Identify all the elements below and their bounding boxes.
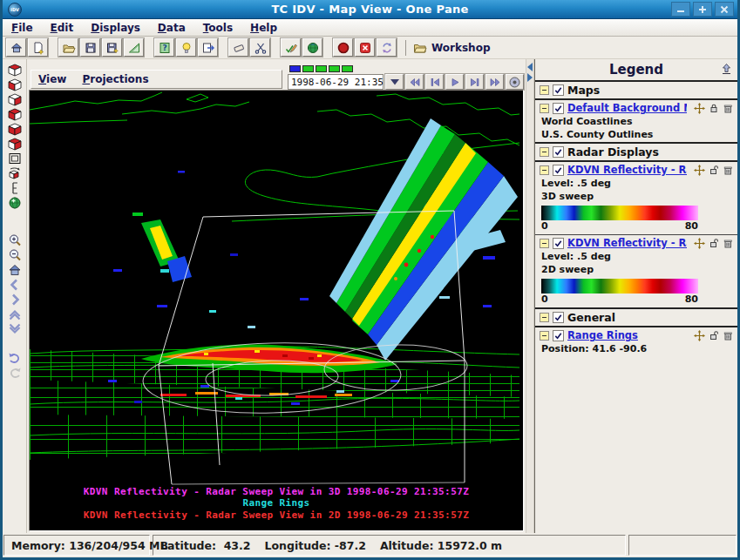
titlebar[interactable]: IDV TC IDV - Map View - One Pane: [3, 0, 737, 19]
cut-button[interactable]: [250, 38, 270, 57]
move-icon[interactable]: [694, 330, 705, 341]
time-step-1[interactable]: [289, 65, 301, 72]
help-button[interactable]: ?: [154, 38, 174, 57]
tip-button[interactable]: [176, 38, 196, 57]
map-3d-canvas[interactable]: KDVN Reflectivity - Radar Sweep View in …: [29, 90, 524, 531]
eraser-button[interactable]: [228, 38, 248, 57]
map-view-panel: View Projections 1998-06-29 21:35:57Z: [27, 59, 526, 533]
view-cube-west-button[interactable]: [6, 137, 24, 151]
general-visibility-checkbox[interactable]: [553, 312, 564, 323]
unlock-icon[interactable]: [709, 238, 719, 248]
menu-file[interactable]: File: [11, 22, 33, 34]
delete-icon[interactable]: [723, 238, 733, 248]
collapse-left-arrow[interactable]: [527, 63, 533, 71]
pan-right-button[interactable]: [6, 293, 24, 307]
collapse-radar2d-button[interactable]: [540, 239, 549, 248]
collapse-radar3d-button[interactable]: [540, 165, 549, 175]
minimize-button[interactable]: [671, 2, 690, 17]
drawing-button[interactable]: [124, 38, 144, 57]
radar2d-visibility-checkbox[interactable]: [553, 238, 564, 249]
view-cube-north-button[interactable]: [6, 92, 24, 106]
go-to-start-button[interactable]: [405, 74, 424, 90]
close-button[interactable]: [715, 2, 734, 17]
radar-3d-colorbar[interactable]: [541, 206, 698, 220]
time-display[interactable]: 1998-06-29 21:35:57Z: [288, 74, 384, 90]
globe-projection-button[interactable]: [6, 196, 24, 210]
collapse-radar-button[interactable]: [540, 147, 549, 157]
legend-splitter[interactable]: [526, 59, 534, 533]
home-view-button[interactable]: [6, 263, 24, 277]
zoom-out-button[interactable]: [6, 248, 24, 262]
delete-icon[interactable]: [723, 330, 733, 341]
collapse-rangerings-button[interactable]: [540, 331, 549, 341]
zoom-in-button[interactable]: [6, 233, 24, 247]
view-cube-east-button[interactable]: [6, 107, 24, 121]
collapse-right-arrow[interactable]: [527, 73, 533, 82]
stop-button[interactable]: [333, 38, 353, 57]
edit-button[interactable]: [281, 38, 301, 57]
go-to-end-button[interactable]: [485, 74, 504, 90]
delete-icon[interactable]: [723, 103, 733, 113]
menu-edit[interactable]: Edit: [51, 22, 74, 34]
collapse-bgmaps-button[interactable]: [540, 104, 549, 113]
menu-projections[interactable]: Projections: [82, 73, 148, 88]
time-step-4[interactable]: [329, 65, 340, 72]
float-legend-button[interactable]: [720, 63, 733, 78]
new-bookmark-button[interactable]: [28, 38, 48, 57]
maximize-button[interactable]: [693, 2, 712, 17]
lock-icon[interactable]: [709, 103, 719, 113]
step-back-button[interactable]: [425, 74, 444, 90]
radar3d-visibility-checkbox[interactable]: [553, 165, 564, 176]
default-background-maps-link[interactable]: Default Background Maps: [567, 102, 687, 114]
rotate-view-button[interactable]: [6, 166, 24, 180]
time-step-5[interactable]: [342, 65, 353, 72]
time-step-2[interactable]: [302, 65, 314, 72]
workshop-item[interactable]: Workshop: [413, 42, 490, 54]
view-cube-bottom-button[interactable]: [6, 78, 24, 91]
delete-icon[interactable]: [723, 165, 733, 175]
radar-2d-colorbar[interactable]: [541, 279, 698, 293]
vertical-scale-button[interactable]: [6, 181, 24, 195]
radar-3d-link[interactable]: KDVN Reflectivity - Radar _: [567, 164, 687, 176]
globe-button[interactable]: [302, 38, 322, 57]
home-button[interactable]: [6, 38, 26, 57]
collapse-maps-button[interactable]: [540, 85, 549, 95]
save-button[interactable]: [80, 38, 100, 57]
unlock-icon[interactable]: [709, 330, 719, 341]
save-as-button[interactable]: [102, 38, 122, 57]
unlock-icon[interactable]: [709, 165, 719, 175]
view-cube-top-button[interactable]: [6, 63, 24, 77]
play-button[interactable]: [445, 74, 464, 90]
menu-view[interactable]: View: [38, 73, 66, 88]
time-step-3[interactable]: [316, 65, 327, 72]
refresh-button[interactable]: [377, 38, 397, 57]
drawing-icon: [127, 41, 141, 55]
move-icon[interactable]: [694, 165, 705, 176]
maps-visibility-checkbox[interactable]: [553, 84, 564, 96]
pan-up-button[interactable]: [6, 307, 24, 321]
pan-down-button[interactable]: [6, 322, 24, 336]
collapse-general-button[interactable]: [540, 313, 549, 322]
bgmaps-visibility-checkbox[interactable]: [553, 103, 564, 114]
move-icon[interactable]: [694, 103, 705, 114]
time-dropdown-button[interactable]: [385, 74, 404, 90]
perspective-box-button[interactable]: [6, 152, 24, 165]
open-button[interactable]: [58, 38, 78, 57]
menu-data[interactable]: Data: [158, 22, 186, 34]
cancel-button[interactable]: [355, 38, 375, 57]
radar-2d-link[interactable]: KDVN Reflectivity - Radar _: [567, 237, 687, 249]
export-button[interactable]: [198, 38, 218, 57]
menu-tools[interactable]: Tools: [203, 22, 233, 34]
undo-button[interactable]: [6, 351, 24, 365]
pan-left-button[interactable]: [6, 278, 24, 292]
radar-visibility-checkbox[interactable]: [553, 146, 564, 158]
redo-button[interactable]: [6, 366, 24, 380]
step-forward-button[interactable]: [465, 74, 484, 90]
view-cube-south-button[interactable]: [6, 122, 24, 136]
range-rings-link[interactable]: Range Rings: [567, 329, 638, 341]
animation-properties-button[interactable]: [506, 74, 524, 90]
menu-help[interactable]: Help: [250, 22, 277, 34]
move-icon[interactable]: [694, 238, 705, 249]
menu-displays[interactable]: Displays: [91, 22, 140, 34]
rangerings-visibility-checkbox[interactable]: [553, 330, 564, 341]
